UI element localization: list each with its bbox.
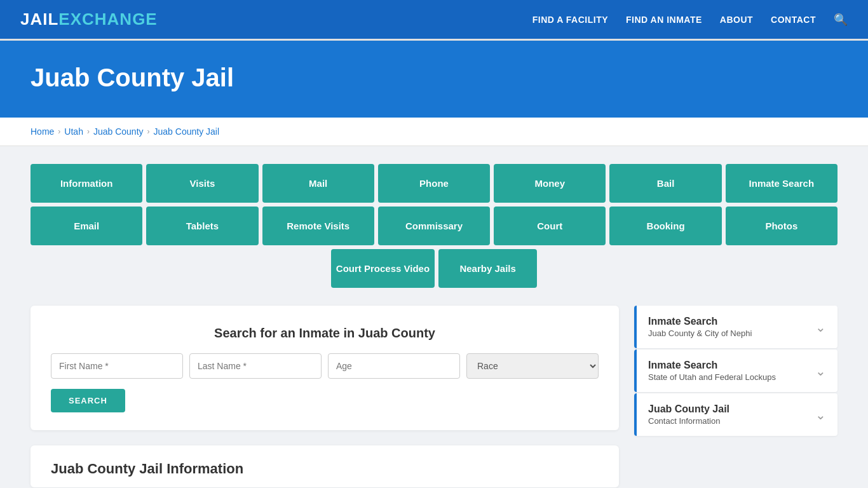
- chevron-down-icon-1: ⌄: [815, 363, 826, 379]
- nav-contact[interactable]: CONTACT: [771, 15, 816, 25]
- section-info: Juab County Jail Information: [31, 445, 619, 487]
- race-select[interactable]: Race White Black Hispanic Asian Other: [466, 353, 599, 379]
- inmate-search-box: Search for an Inmate in Juab County Race…: [31, 306, 619, 430]
- breadcrumb-home[interactable]: Home: [31, 126, 54, 137]
- sidebar-sub-1: State of Utah and Federal Lockups: [648, 372, 776, 382]
- btn-inmate-search[interactable]: Inmate Search: [726, 164, 837, 203]
- btn-mail[interactable]: Mail: [262, 164, 374, 203]
- search-icon[interactable]: 🔍: [834, 13, 848, 27]
- btn-bail[interactable]: Bail: [609, 164, 721, 203]
- search-button[interactable]: SEARCH: [51, 389, 125, 412]
- button-grid-row3: Court Process Video Nearby Jails: [31, 249, 837, 288]
- page-title: Juab County Jail: [31, 64, 837, 92]
- chevron-down-icon-0: ⌄: [815, 320, 826, 335]
- sidebar-item-contact-info: Juab County Jail Contact Information ⌄: [634, 393, 837, 436]
- nav-about[interactable]: ABOUT: [720, 15, 753, 25]
- navbar: JAILEXCHANGE FIND A FACILITY FIND AN INM…: [0, 0, 868, 41]
- sidebar-item-contact-info-header[interactable]: Juab County Jail Contact Information ⌄: [634, 393, 837, 436]
- site-logo[interactable]: JAILEXCHANGE: [20, 10, 158, 29]
- btn-court[interactable]: Court: [494, 207, 606, 245]
- age-input[interactable]: [328, 353, 460, 379]
- main-content: Information Visits Mail Phone Money Bail…: [0, 146, 868, 488]
- sidebar-label-2: Juab County Jail: [648, 403, 729, 415]
- section-heading: Juab County Jail Information: [51, 461, 599, 477]
- navbar-links: FIND A FACILITY FIND AN INMATE ABOUT CON…: [532, 13, 848, 27]
- sidebar-item-juab-county-search-header[interactable]: Inmate Search Juab County & City of Neph…: [634, 306, 837, 348]
- btn-photos[interactable]: Photos: [726, 207, 837, 245]
- btn-money[interactable]: Money: [494, 164, 606, 203]
- sidebar-label-1: Inmate Search: [648, 360, 776, 371]
- hero-banner: Juab County Jail: [0, 41, 868, 118]
- logo-jail: JAIL: [20, 10, 58, 29]
- nav-find-inmate[interactable]: FIND AN INMATE: [626, 15, 702, 25]
- btn-booking[interactable]: Booking: [609, 207, 721, 245]
- sidebar-label-0: Inmate Search: [648, 316, 752, 327]
- sidebar-item-juab-county-search: Inmate Search Juab County & City of Neph…: [634, 306, 837, 348]
- button-grid-row2: Email Tablets Remote Visits Commissary C…: [31, 207, 837, 245]
- last-name-input[interactable]: [189, 353, 322, 379]
- nav-find-facility[interactable]: FIND A FACILITY: [532, 15, 608, 25]
- breadcrumb-sep-1: ›: [58, 127, 60, 136]
- btn-remote-visits[interactable]: Remote Visits: [262, 207, 374, 245]
- search-fields: Race White Black Hispanic Asian Other: [51, 353, 599, 379]
- sidebar-sub-0: Juab County & City of Nephi: [648, 329, 752, 338]
- sidebar: Inmate Search Juab County & City of Neph…: [634, 306, 837, 437]
- btn-email[interactable]: Email: [31, 207, 142, 245]
- btn-phone[interactable]: Phone: [378, 164, 490, 203]
- first-name-input[interactable]: [51, 353, 183, 379]
- breadcrumb-sep-2: ›: [87, 127, 90, 136]
- breadcrumb-juab-county[interactable]: Juab County: [93, 126, 144, 137]
- breadcrumb-juab-jail[interactable]: Juab County Jail: [154, 126, 220, 137]
- btn-commissary[interactable]: Commissary: [378, 207, 490, 245]
- search-title: Search for an Inmate in Juab County: [51, 326, 599, 341]
- btn-tablets[interactable]: Tablets: [146, 207, 258, 245]
- button-grid-row1: Information Visits Mail Phone Money Bail…: [31, 164, 837, 203]
- btn-information[interactable]: Information: [31, 164, 142, 203]
- btn-visits[interactable]: Visits: [146, 164, 258, 203]
- breadcrumb-sep-3: ›: [147, 127, 150, 136]
- sidebar-sub-2: Contact Information: [648, 416, 729, 426]
- logo-exchange: EXCHANGE: [58, 10, 157, 29]
- btn-nearby-jails[interactable]: Nearby Jails: [438, 249, 537, 288]
- sidebar-item-utah-federal-search: Inmate Search State of Utah and Federal …: [634, 349, 837, 392]
- sidebar-item-utah-federal-search-header[interactable]: Inmate Search State of Utah and Federal …: [634, 349, 837, 392]
- btn-court-process-video[interactable]: Court Process Video: [331, 249, 435, 288]
- breadcrumb-utah[interactable]: Utah: [64, 126, 83, 137]
- chevron-down-icon-2: ⌄: [815, 407, 826, 423]
- breadcrumb: Home › Utah › Juab County › Juab County …: [0, 118, 868, 146]
- content-row: Search for an Inmate in Juab County Race…: [31, 306, 837, 487]
